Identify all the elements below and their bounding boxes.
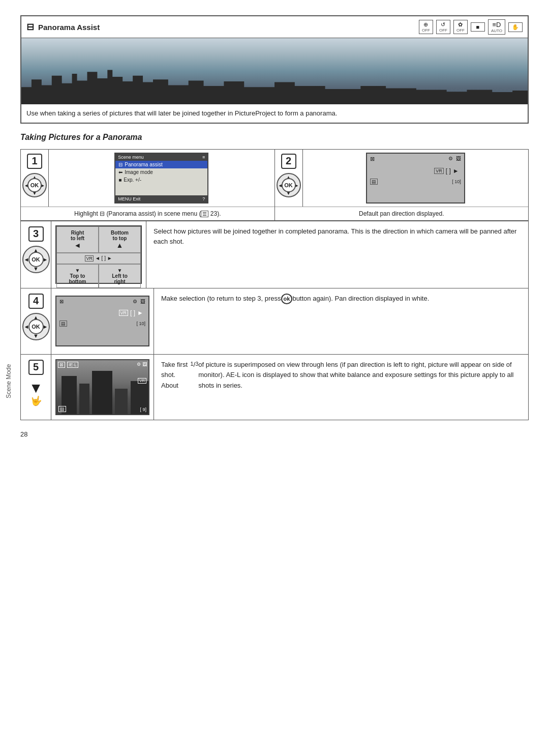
building-3 — [92, 371, 112, 414]
photo-screen-5: ⊠ IE·L ⚙ 🖼 VR [ 9] ▤ — [55, 359, 149, 415]
panorama-assist-box: ⊟ Panorama Assist ⊕ OFF ↺ OFF ✿ OFF ■ ≡D… — [20, 15, 529, 124]
image-icon-4: 🖼 — [140, 299, 145, 304]
right-to-left-label: Rightto left — [71, 230, 84, 241]
panorama-title: ⊟ Panorama Assist — [26, 21, 100, 33]
settings-icon-4: ⚙ — [133, 299, 137, 304]
dir-left-to-right: ▼ Left toright — [99, 264, 141, 288]
frame-count-5: [ 9] — [140, 407, 146, 412]
ok-label-3: OK — [28, 252, 44, 267]
step-2-desc: Default pan direction displayed. — [275, 207, 529, 220]
panorama-title-text: Panorama Assist — [38, 23, 100, 32]
fraction-sub: 3 — [195, 360, 198, 368]
step-3: 3 ▲ ▼ ◄ ► OK Rightto left ◄ Bottomto — [20, 221, 529, 288]
steps-row-1-2: 1 ▲ ▼ ◄ ► OK Scene menu — [20, 149, 529, 221]
top-to-bottom-label: Top tobottom — [69, 273, 86, 284]
step-1-screen: Scene menu ≡ ⊟ Panorama assist ⬅ Image m… — [49, 150, 274, 207]
scene-menu-footer: MENU Exit ? — [115, 195, 207, 202]
dir-mid-controls: VR ◄ [ ] ► — [56, 253, 141, 264]
grid-icon: ▤ — [370, 179, 378, 185]
bottom-to-top-arrow: ▲ — [116, 241, 124, 249]
dir-top-to-bottom: ▼ Top tobottom — [56, 264, 99, 288]
direction-select-screen: Rightto left ◄ Bottomto top ▲ VR ◄ [ ] ►… — [55, 225, 142, 284]
step-2-badge: 2 — [281, 154, 296, 169]
settings-icon: ⚙ — [448, 156, 453, 161]
image5-icon: 🖼 — [142, 362, 147, 367]
vr-label: VR — [434, 168, 444, 174]
ok-label-1: OK — [27, 178, 42, 192]
panorama-menu-text: Panorama assist — [125, 162, 162, 167]
ok-button-3: ▲ ▼ ◄ ► OK — [22, 246, 50, 273]
pan4-top: ⊠ ⚙ 🖼 — [56, 297, 148, 306]
step-1-num-col: 1 ▲ ▼ ◄ ► OK — [21, 150, 49, 207]
bracket-left: [ ] — [446, 167, 451, 175]
panorama-menu-icon: ⊟ — [118, 162, 123, 167]
step-4-badge: 4 — [28, 294, 44, 309]
ae-l-icon: ⊠ — [58, 362, 65, 368]
step-1-desc: Highlight ⊟ (Panorama assist) in scene m… — [21, 207, 274, 220]
ok-button-4: ▲ ▼ ◄ ► OK — [22, 313, 50, 340]
exp-icon: ■ — [118, 177, 121, 183]
dir-bottom-to-top: Bottomto top ▲ — [99, 226, 141, 253]
grid5-icon: ▤ — [58, 406, 66, 412]
step-5-screen-col: ⊠ IE·L ⚙ 🖼 VR [ 9] ▤ — [51, 355, 154, 420]
step-1: 1 ▲ ▼ ◄ ► OK Scene menu — [20, 149, 274, 221]
hand-icon-box: ✋ — [508, 22, 523, 32]
step-4-screen-col: ⊠ ⚙ 🖼 VR [ ] ► ▤ [ 10] — [51, 288, 154, 354]
frame-count-4: [ 10] — [136, 321, 145, 326]
scene-menu-header: Scene menu ≡ — [115, 154, 207, 161]
direction-grid: Rightto left ◄ Bottomto top ▲ VR ◄ [ ] ►… — [56, 226, 141, 283]
menu-item-panorama: ⊟ Panorama assist — [115, 161, 207, 168]
ed-icon: ≡D — [492, 21, 501, 28]
settings5-icon: ⚙ — [137, 362, 141, 367]
bracket-4: [ ] — [130, 309, 135, 316]
step-3-screen-col: Rightto left ◄ Bottomto top ▲ VR ◄ [ ] ►… — [51, 221, 146, 288]
step-4-text: Make selection (to return to step 3, pre… — [154, 288, 528, 354]
vr-label-4: VR — [119, 310, 129, 316]
ok-button-1: ▲ ▼ ◄ ► OK — [22, 173, 47, 197]
pan-screen-mid: VR [ ] ► — [367, 164, 464, 178]
frame-count: [ 10] — [452, 179, 461, 184]
step-4: 4 ▲ ▼ ◄ ► OK ⊠ ⚙ 🖼 VR — [20, 288, 529, 354]
down-arrow-icon: ▼ — [29, 381, 43, 395]
image-mode-text: Image mode — [125, 169, 153, 175]
menu-item-image: ⬅ Image mode — [115, 168, 207, 176]
step-2-screen: ⊠ ⚙ 🖼 VR [ ] ► ▤ — [303, 150, 529, 207]
step-4-num-col: 4 ▲ ▼ ◄ ► OK — [21, 288, 51, 354]
panorama-description: Use when taking a series of pictures tha… — [21, 104, 528, 123]
anim-icon: ⊠ — [370, 156, 375, 162]
pan4-top-icons: ⚙ 🖼 — [133, 299, 145, 304]
quality-icon: ■ — [476, 24, 480, 30]
macro-icon: ✿ — [458, 21, 463, 28]
page-number: 28 — [20, 430, 529, 438]
quality-icon-box: ■ — [471, 22, 485, 32]
ed-icon-box: ≡D AUTO — [488, 19, 505, 35]
panorama-header: ⊟ Panorama Assist ⊕ OFF ↺ OFF ✿ OFF ■ ≡D… — [21, 16, 528, 38]
vr-icon-mid: VR — [85, 255, 94, 261]
exp-text: Exp. +/- — [124, 177, 141, 183]
ok-label-4: OK — [28, 319, 44, 334]
play-arrow: ► — [453, 167, 459, 175]
menu-icon-inline: ☰ — [201, 211, 208, 217]
vr5-icon: VR — [138, 378, 146, 384]
pan-direction-screen: ⊠ ⚙ 🖼 VR [ ] ► ▤ — [366, 153, 465, 203]
steps-container: 1 ▲ ▼ ◄ ► OK Scene menu — [20, 149, 529, 420]
sidebar-label: Scene Mode — [5, 358, 12, 398]
step-1-inner: 1 ▲ ▼ ◄ ► OK Scene menu — [21, 150, 274, 207]
image-mode-icon: ⬅ — [118, 169, 123, 175]
panorama-toolbar-icons: ⊕ OFF ↺ OFF ✿ OFF ■ ≡D AUTO ✋ — [419, 19, 523, 35]
scene-menu-hamburger: ≡ — [202, 155, 205, 160]
bottom-to-top-label: Bottomto top — [111, 230, 129, 241]
timer-icon-box: ↺ OFF — [436, 20, 450, 34]
ok-button-2: ▲ ▼ ◄ ► OK — [277, 173, 301, 197]
scene-menu-title: Scene menu — [118, 155, 144, 160]
pan-direction-screen-4: ⊠ ⚙ 🖼 VR [ ] ► ▤ [ 10] — [55, 296, 149, 346]
building-4 — [115, 389, 128, 414]
section-title: Taking Pictures for a Panorama — [20, 133, 529, 142]
scene-menu-screen: Scene menu ≡ ⊟ Panorama assist ⬅ Image m… — [114, 153, 208, 203]
step-3-num-col: 3 ▲ ▼ ◄ ► OK — [21, 221, 51, 288]
left-to-right-label: Left toright — [112, 273, 128, 284]
top-to-bottom-arrow: ▼ — [75, 268, 80, 273]
shutter-icon: ▼ 🤟 — [29, 381, 43, 406]
step-5-badge: 5 — [28, 360, 44, 375]
pan-screen-top: ⊠ ⚙ 🖼 — [367, 154, 464, 164]
